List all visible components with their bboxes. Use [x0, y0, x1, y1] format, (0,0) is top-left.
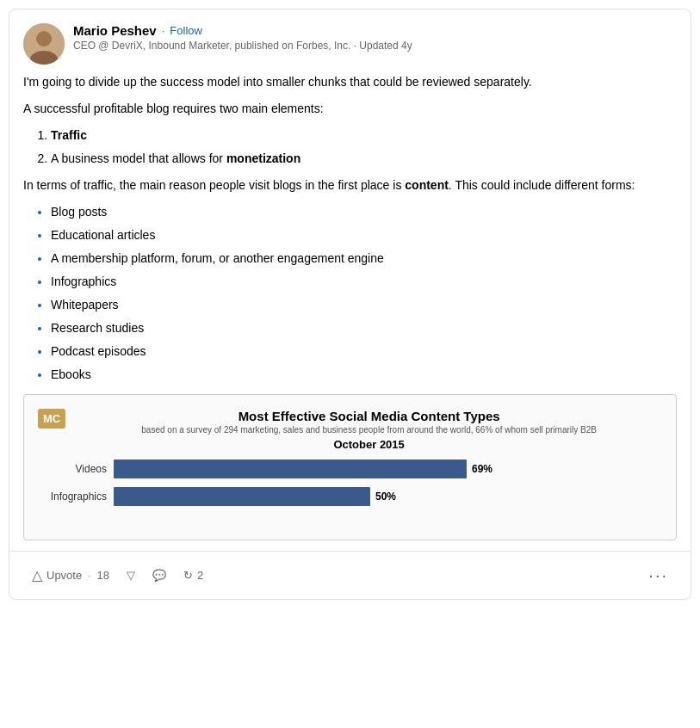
- list-item: Ebooks: [51, 366, 677, 384]
- list-item: Podcast episodes: [51, 342, 677, 361]
- list-item: Whitepapers: [51, 296, 677, 314]
- upvote-button[interactable]: △ Upvote · 18: [23, 562, 118, 589]
- author-meta: CEO @ DevriX, Inbound Marketer, publishe…: [73, 40, 677, 52]
- traffic-suffix: . This could include different forms:: [449, 178, 635, 192]
- traffic-label: Traffic: [51, 128, 87, 142]
- chart-date: October 2015: [76, 438, 662, 451]
- list-item-text: Educational articles: [51, 228, 155, 242]
- traffic-intro-text: In terms of traffic, the main reason peo…: [23, 178, 405, 192]
- traffic-intro-paragraph: In terms of traffic, the main reason peo…: [23, 176, 677, 194]
- downvote-icon: ▽: [127, 569, 135, 582]
- more-button[interactable]: ···: [640, 560, 677, 590]
- chart-label-infographics: Infographics: [38, 490, 107, 503]
- chart-pct-videos: 69%: [472, 463, 492, 475]
- share-count: 2: [197, 569, 203, 582]
- comment-icon: 💬: [152, 569, 166, 582]
- list-item-text: Ebooks: [51, 367, 91, 381]
- post-footer: △ Upvote · 18 ▽ 💬 ↻ 2 ···: [9, 551, 691, 599]
- follow-button[interactable]: Follow: [170, 24, 202, 37]
- list-item-traffic: Traffic: [51, 126, 677, 145]
- list-item-text: Podcast episodes: [51, 344, 146, 358]
- chart-bar-wrap-infographics: 50%: [114, 487, 662, 506]
- chart-row-infographics: Infographics 50%: [38, 487, 662, 506]
- list-item: Research studies: [51, 319, 677, 337]
- ordered-list: Traffic A business model that allows for…: [51, 126, 677, 168]
- bullet-list: Blog posts Educational articles A member…: [51, 203, 677, 384]
- chart-bar-wrap-videos: 69%: [114, 460, 662, 478]
- main-req-text: A successful profitable blog requires tw…: [23, 102, 324, 115]
- list-item: Infographics: [51, 273, 677, 291]
- chart-title: Most Effective Social Media Content Type…: [76, 409, 662, 423]
- author-info: Mario Peshev · Follow CEO @ DevriX, Inbo…: [73, 23, 677, 52]
- chart-bar-videos: [114, 460, 467, 478]
- chart-logo: MC: [38, 409, 65, 429]
- list-item-text: Whitepapers: [51, 298, 119, 312]
- list-item: Educational articles: [51, 226, 677, 244]
- comment-button[interactable]: 💬: [144, 564, 175, 587]
- list-item-monetization: A business model that allows for monetiz…: [51, 150, 677, 168]
- chart-row-videos: Videos 69%: [38, 460, 662, 478]
- downvote-button[interactable]: ▽: [118, 564, 144, 587]
- upvote-count: 18: [97, 569, 109, 582]
- author-dot: ·: [162, 24, 165, 37]
- more-dots-icon: ···: [648, 565, 668, 585]
- chart-bars: Videos 69% Infographics 50%: [38, 460, 662, 506]
- main-req-paragraph: A successful profitable blog requires tw…: [23, 100, 677, 118]
- share-icon: ↻: [183, 569, 193, 582]
- upvote-icon: △: [32, 567, 42, 583]
- chart-header: MC Most Effective Social Media Content T…: [38, 409, 662, 451]
- chart-container: MC Most Effective Social Media Content T…: [23, 394, 677, 540]
- list-item-text: Infographics: [51, 275, 116, 288]
- list-item: A membership platform, forum, or another…: [51, 250, 677, 268]
- intro-paragraph: I'm going to divide up the success model…: [23, 73, 677, 91]
- chart-title-block: Most Effective Social Media Content Type…: [76, 409, 662, 451]
- chart-label-videos: Videos: [38, 463, 107, 475]
- content-bold: content: [405, 178, 449, 192]
- monetization-label: monetization: [226, 151, 300, 165]
- author-name-row: Mario Peshev · Follow: [73, 23, 677, 38]
- chart-bar-infographics: [114, 487, 370, 506]
- list-item-text: Research studies: [51, 321, 144, 335]
- chart-subtitle: based on a survey of 294 marketing, sale…: [76, 425, 662, 435]
- list-item: Blog posts: [51, 203, 677, 221]
- author-name: Mario Peshev: [73, 23, 157, 38]
- post-header: Mario Peshev · Follow CEO @ DevriX, Inbo…: [9, 9, 691, 73]
- svg-point-1: [36, 31, 52, 46]
- post-card: Mario Peshev · Follow CEO @ DevriX, Inbo…: [9, 9, 691, 600]
- post-content: I'm going to divide up the success model…: [9, 73, 691, 384]
- chart-pct-infographics: 50%: [375, 490, 396, 503]
- upvote-label: Upvote: [46, 569, 82, 582]
- footer-dot: ·: [86, 570, 92, 582]
- avatar: [23, 23, 65, 65]
- list-item-text: A membership platform, forum, or another…: [51, 251, 384, 265]
- share-button[interactable]: ↻ 2: [175, 564, 212, 587]
- list-item-text: Blog posts: [51, 205, 107, 219]
